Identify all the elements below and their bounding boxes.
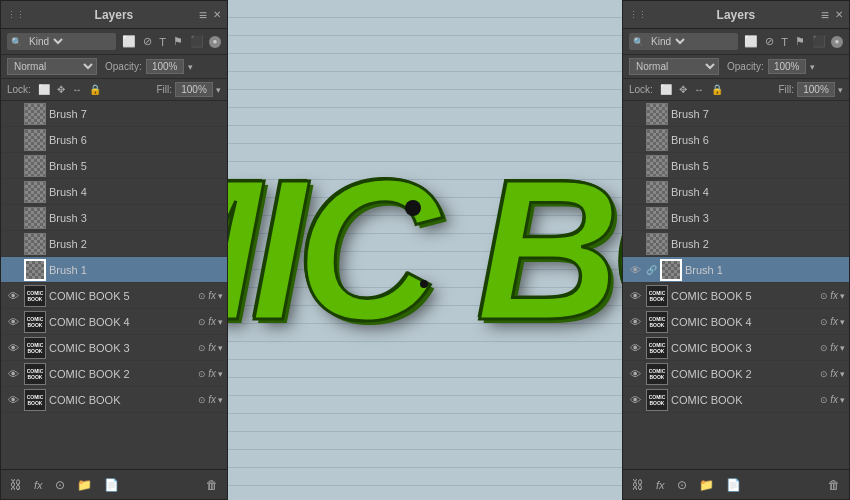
layer-expand-arrow[interactable]: ▾ — [218, 369, 223, 379]
layer-fx-label[interactable]: fx — [208, 316, 216, 327]
left-fill-value[interactable]: 100% — [175, 82, 213, 97]
layer-visibility-toggle[interactable] — [627, 184, 643, 200]
layer-visibility-toggle[interactable] — [5, 184, 21, 200]
right-filter-pixel[interactable]: ⬜ — [742, 34, 760, 49]
right-filter-adj[interactable]: ⊘ — [763, 34, 776, 49]
layer-fx-label[interactable]: fx — [830, 342, 838, 353]
layer-expand-arrow[interactable]: ▾ — [840, 369, 845, 379]
layer-item[interactable]: 👁COMICBOOKCOMIC BOOK 3⊙ fx▾ — [1, 335, 227, 361]
layer-fx-label[interactable]: fx — [208, 290, 216, 301]
right-btn-mask[interactable]: ⊙ — [674, 476, 690, 494]
layer-item[interactable]: 👁COMICBOOKCOMIC BOOK 4⊙ fx▾ — [1, 309, 227, 335]
layer-visibility-toggle[interactable]: 👁 — [627, 288, 643, 304]
layer-fx-label[interactable]: fx — [830, 368, 838, 379]
left-blend-select[interactable]: Normal — [7, 58, 97, 75]
left-btn-group[interactable]: 📁 — [74, 476, 95, 494]
layer-fx-label[interactable]: fx — [830, 316, 838, 327]
layer-expand-arrow[interactable]: ▾ — [840, 395, 845, 405]
right-kind-select[interactable]: Kind — [647, 35, 688, 48]
layer-item[interactable]: 👁COMICBOOKCOMIC BOOK 5⊙ fx▾ — [623, 283, 849, 309]
layer-visibility-toggle[interactable]: 👁 — [5, 340, 21, 356]
layer-visibility-toggle[interactable] — [627, 132, 643, 148]
layer-visibility-toggle[interactable]: 👁 — [5, 366, 21, 382]
layer-circle-icon[interactable]: ⊙ — [820, 343, 828, 353]
layer-visibility-toggle[interactable] — [627, 210, 643, 226]
right-panel-menu[interactable]: ≡ — [821, 7, 829, 23]
left-lock-move[interactable]: ✥ — [55, 82, 67, 97]
left-search-box[interactable]: 🔍 Kind — [7, 33, 116, 50]
left-panel-menu[interactable]: ≡ — [199, 7, 207, 23]
left-filter-type[interactable]: T — [157, 35, 168, 49]
layer-visibility-toggle[interactable] — [627, 106, 643, 122]
layer-circle-icon[interactable]: ⊙ — [198, 291, 206, 301]
layer-expand-arrow[interactable]: ▾ — [840, 343, 845, 353]
layer-visibility-toggle[interactable]: 👁 — [627, 340, 643, 356]
right-filter-toggle[interactable]: ● — [831, 36, 843, 48]
left-filter-shape[interactable]: ⚑ — [171, 34, 185, 49]
layer-visibility-toggle[interactable]: 👁 — [627, 392, 643, 408]
left-lock-all[interactable]: 🔒 — [87, 82, 103, 97]
layer-item[interactable]: Brush 6 — [1, 127, 227, 153]
right-btn-delete[interactable]: 🗑 — [825, 476, 843, 494]
layer-fx-label[interactable]: fx — [208, 342, 216, 353]
layer-expand-arrow[interactable]: ▾ — [218, 317, 223, 327]
right-lock-move[interactable]: ✥ — [677, 82, 689, 97]
layer-fx-label[interactable]: fx — [208, 394, 216, 405]
left-filter-toggle[interactable]: ● — [209, 36, 221, 48]
right-filter-shape[interactable]: ⚑ — [793, 34, 807, 49]
layer-expand-arrow[interactable]: ▾ — [218, 343, 223, 353]
layer-item[interactable]: Brush 7 — [1, 101, 227, 127]
layer-item[interactable]: Brush 7 — [623, 101, 849, 127]
layer-circle-icon[interactable]: ⊙ — [198, 343, 206, 353]
layer-visibility-toggle[interactable] — [5, 236, 21, 252]
layer-visibility-toggle[interactable]: 👁 — [627, 314, 643, 330]
layer-expand-arrow[interactable]: ▾ — [218, 395, 223, 405]
left-lock-pixel[interactable]: ⬜ — [36, 82, 52, 97]
right-filter-type[interactable]: T — [779, 35, 790, 49]
layer-expand-arrow[interactable]: ▾ — [840, 291, 845, 301]
layer-fx-label[interactable]: fx — [830, 290, 838, 301]
layer-item[interactable]: Brush 4 — [1, 179, 227, 205]
layer-visibility-toggle[interactable]: 👁 — [5, 288, 21, 304]
layer-item[interactable]: Brush 1 — [1, 257, 227, 283]
layer-circle-icon[interactable]: ⊙ — [198, 317, 206, 327]
layer-item[interactable]: 👁COMICBOOKCOMIC BOOK 2⊙ fx▾ — [623, 361, 849, 387]
layer-item[interactable]: Brush 6 — [623, 127, 849, 153]
layer-visibility-toggle[interactable]: 👁 — [5, 392, 21, 408]
layer-circle-icon[interactable]: ⊙ — [820, 317, 828, 327]
layer-fx-label[interactable]: fx — [830, 394, 838, 405]
layer-item[interactable]: 👁🔗Brush 1 — [623, 257, 849, 283]
right-search-box[interactable]: 🔍 Kind — [629, 33, 738, 50]
left-filter-smart[interactable]: ⬛ — [188, 34, 206, 49]
right-panel-close[interactable]: ✕ — [835, 9, 843, 20]
left-btn-new[interactable]: 📄 — [101, 476, 122, 494]
left-panel-close[interactable]: ✕ — [213, 9, 221, 20]
right-lock-artboard[interactable]: ↔ — [692, 82, 706, 97]
right-opacity-value[interactable]: 100% — [768, 59, 806, 74]
right-btn-fx[interactable]: fx — [653, 477, 668, 493]
layer-visibility-toggle[interactable]: 👁 — [627, 262, 643, 278]
layer-item[interactable]: Brush 5 — [623, 153, 849, 179]
layer-item[interactable]: 👁COMICBOOKCOMIC BOOK 5⊙ fx▾ — [1, 283, 227, 309]
layer-visibility-toggle[interactable]: 👁 — [5, 314, 21, 330]
right-lock-pixel[interactable]: ⬜ — [658, 82, 674, 97]
layer-item[interactable]: Brush 4 — [623, 179, 849, 205]
layer-item[interactable]: 👁COMICBOOKCOMIC BOOK 4⊙ fx▾ — [623, 309, 849, 335]
right-btn-new[interactable]: 📄 — [723, 476, 744, 494]
layer-circle-icon[interactable]: ⊙ — [820, 369, 828, 379]
layer-item[interactable]: Brush 3 — [1, 205, 227, 231]
layer-circle-icon[interactable]: ⊙ — [198, 395, 206, 405]
layer-circle-icon[interactable]: ⊙ — [820, 291, 828, 301]
layer-item[interactable]: Brush 3 — [623, 205, 849, 231]
right-fill-value[interactable]: 100% — [797, 82, 835, 97]
left-btn-link[interactable]: ⛓ — [7, 476, 25, 494]
layer-circle-icon[interactable]: ⊙ — [198, 369, 206, 379]
right-btn-group[interactable]: 📁 — [696, 476, 717, 494]
layer-item[interactable]: 👁COMICBOOKCOMIC BOOK⊙ fx▾ — [1, 387, 227, 413]
left-lock-artboard[interactable]: ↔ — [70, 82, 84, 97]
layer-item[interactable]: 👁COMICBOOKCOMIC BOOK⊙ fx▾ — [623, 387, 849, 413]
layer-visibility-toggle[interactable]: 👁 — [627, 366, 643, 382]
layer-fx-label[interactable]: fx — [208, 368, 216, 379]
left-btn-mask[interactable]: ⊙ — [52, 476, 68, 494]
layer-item[interactable]: Brush 5 — [1, 153, 227, 179]
